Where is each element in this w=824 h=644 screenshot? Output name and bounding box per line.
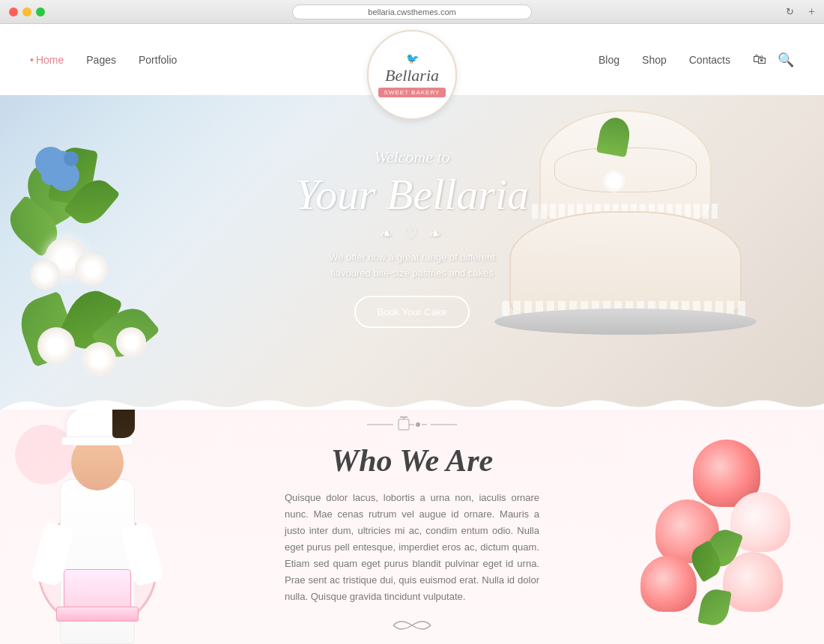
logo-subtitle: SWEET BAKERY — [378, 88, 446, 97]
nav-home[interactable]: •Home — [30, 54, 64, 66]
website-content: •Home Pages Portfolio 🐦 Bellaria SWEET B… — [0, 24, 824, 644]
nav-right: Blog Shop Contacts 🛍 🔍 — [599, 52, 794, 68]
site-logo[interactable]: 🐦 Bellaria SWEET BAKERY — [367, 30, 457, 120]
site-header: •Home Pages Portfolio 🐦 Bellaria SWEET B… — [0, 24, 824, 95]
hero-background: Welcome to Your Bellaria ❧ ♡ ❧ We offer … — [0, 73, 824, 410]
nav-pages[interactable]: Pages — [86, 54, 116, 66]
hero-content: Welcome to Your Bellaria ❧ ♡ ❧ We offer … — [225, 148, 599, 328]
maximize-button[interactable] — [36, 7, 45, 16]
traffic-lights — [9, 7, 45, 16]
logo-bird-icon: 🐦 — [406, 52, 419, 65]
nav-blog[interactable]: Blog — [599, 54, 619, 66]
close-button[interactable] — [9, 7, 18, 16]
who-we-are-section: Who We Are Quisque dolor lacus, lobortis… — [0, 410, 824, 644]
who-we-are-content: Who We Are Quisque dolor lacus, lobortis… — [270, 410, 554, 644]
hero-flowers — [0, 103, 240, 410]
browser-chrome: bellaria.cwsthemes.com ↻ + — [0, 0, 824, 24]
hero-welcome-text: Welcome to — [225, 148, 599, 167]
hero-title: Your Bellaria — [225, 171, 599, 219]
nav-active-dot: • — [30, 54, 34, 66]
nav-contacts[interactable]: Contacts — [689, 54, 730, 66]
search-icon[interactable]: 🔍 — [778, 52, 794, 68]
nav-shop[interactable]: Shop — [642, 54, 667, 66]
minimize-button[interactable] — [22, 7, 31, 16]
hero-section: Welcome to Your Bellaria ❧ ♡ ❧ We offer … — [0, 73, 824, 410]
cupcake-image — [633, 417, 824, 642]
new-tab-button[interactable]: + — [808, 5, 815, 19]
who-ornament-bottom — [285, 614, 539, 640]
address-bar[interactable]: bellaria.cwsthemes.com — [292, 4, 532, 19]
hero-ornament: ❧ ♡ ❧ — [225, 225, 599, 243]
nav-left: •Home Pages Portfolio — [30, 54, 177, 66]
reload-button[interactable]: ↻ — [786, 6, 794, 18]
svg-rect-1 — [399, 419, 409, 430]
svg-point-6 — [416, 422, 420, 427]
who-body-text: Quisque dolor lacus, lobortis a urna non… — [285, 490, 539, 606]
nav-portfolio[interactable]: Portfolio — [139, 54, 177, 66]
hero-subtitle: We offer now a great range of different … — [225, 250, 599, 282]
header-icons: 🛍 🔍 — [753, 52, 794, 68]
book-cake-button[interactable]: Book Your Cake — [354, 296, 469, 328]
who-ornament-top — [285, 413, 539, 439]
logo-text: Bellaria — [385, 67, 439, 85]
wave-bottom — [0, 397, 824, 410]
cart-icon[interactable]: 🛍 — [753, 52, 766, 67]
who-title: Who We Are — [285, 443, 539, 479]
chef-image — [22, 419, 180, 644]
